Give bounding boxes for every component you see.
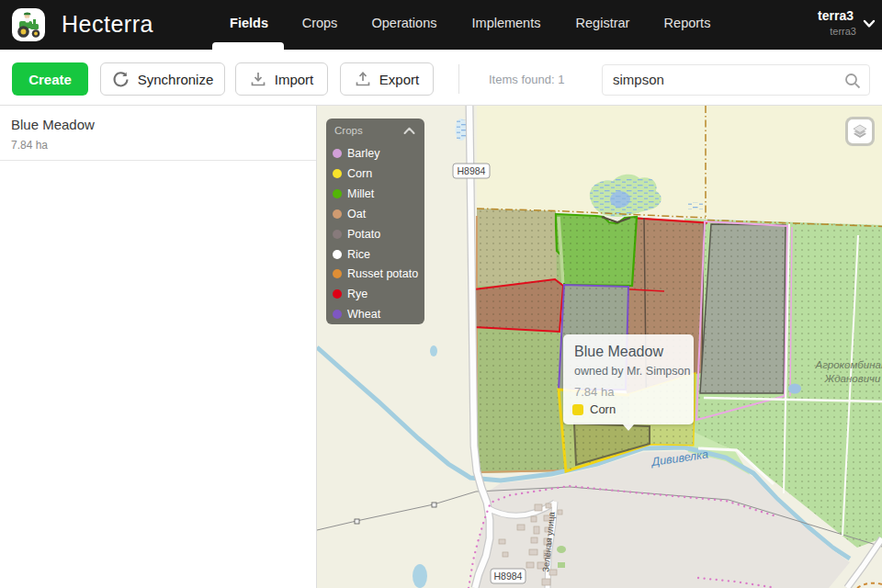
svg-text:Ждановичи: Ждановичи	[824, 373, 881, 384]
svg-text:H8984: H8984	[458, 165, 486, 176]
svg-text:Агрокомбинат: Агрокомбинат	[814, 359, 882, 370]
svg-text:H8984: H8984	[494, 571, 523, 582]
